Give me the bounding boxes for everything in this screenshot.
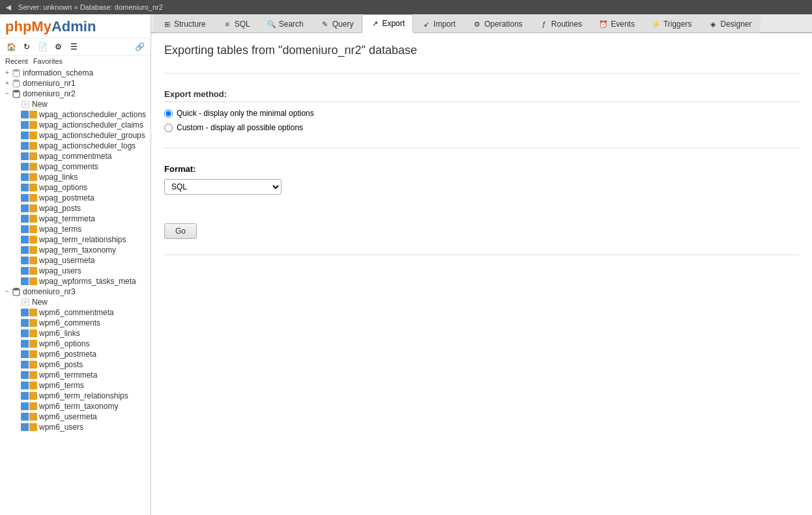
table-item[interactable]: wpag_links: [0, 172, 151, 182]
expand-spacer: [12, 391, 21, 400]
table-item[interactable]: wpag_postmeta: [0, 193, 151, 203]
expand-spacer: [12, 245, 21, 255]
db-item-domeniuro-nr3[interactable]: − domeniuro_nr3: [0, 286, 151, 297]
table-item[interactable]: wpag_comments: [0, 161, 151, 172]
table-name: New: [32, 100, 148, 109]
struct-icon: [29, 194, 37, 202]
tab-structure[interactable]: ⊞ Structure: [154, 15, 214, 33]
tab-operations[interactable]: ⚙ Operations: [464, 15, 531, 33]
tab-events[interactable]: ⏰ Events: [590, 15, 643, 33]
table-name: wpm6_term_taxonomy: [39, 402, 148, 411]
table-item[interactable]: wpm6_term_relationships: [0, 391, 151, 401]
tab-sql[interactable]: ≡ SQL: [214, 15, 259, 33]
table-item[interactable]: wpm6_users: [0, 422, 151, 432]
table-item[interactable]: wpag_actionscheduler_logs: [0, 141, 151, 151]
table-item[interactable]: wpm6_terms: [0, 380, 151, 391]
table-item[interactable]: wpm6_postmeta: [0, 349, 151, 359]
table-item[interactable]: wpm6_options: [0, 339, 151, 349]
table-item[interactable]: wpag_actionscheduler_groups: [0, 130, 151, 141]
tab-import[interactable]: ↙ Import: [413, 15, 464, 33]
expand-spacer: [12, 339, 21, 348]
table-item[interactable]: wpm6_comments: [0, 318, 151, 328]
format-select[interactable]: SQL CSV CSV for MS Excel JSON XML PDF La…: [164, 179, 282, 195]
settings-icon[interactable]: ⚙: [52, 41, 64, 53]
table-item[interactable]: wpag_options: [0, 182, 151, 193]
db-item-information-schema[interactable]: + information_schema: [0, 68, 151, 78]
table-name: wpag_commentmeta: [39, 152, 148, 161]
tab-export[interactable]: ↗ Export: [362, 14, 413, 33]
breadcrumb: Server: unknown » Database: domeniuro_nr…: [18, 3, 163, 11]
table-item[interactable]: wpag_term_taxonomy: [0, 245, 151, 255]
table-icons: [21, 340, 37, 348]
browse-icon: [21, 371, 29, 379]
favorites-link[interactable]: Favorites: [33, 57, 63, 65]
structure-icon: ⊞: [162, 20, 171, 29]
tab-import-label: Import: [433, 20, 456, 29]
browse-icon: [21, 111, 29, 118]
table-item[interactable]: wpag_usermeta: [0, 255, 151, 266]
table-item[interactable]: wpag_term_relationships: [0, 234, 151, 245]
browse-icon: [21, 142, 29, 150]
tab-query[interactable]: ✎ Query: [312, 15, 362, 33]
recent-link[interactable]: Recent: [5, 57, 28, 65]
quick-option-label[interactable]: Quick - display only the minimal options: [177, 109, 314, 118]
table-item[interactable]: wpag_terms: [0, 224, 151, 234]
table-new-nr2[interactable]: New: [0, 99, 151, 109]
tab-bar: ⊞ Structure ≡ SQL 🔍 Search ✎ Query ↗ Exp…: [151, 14, 812, 33]
table-name: wpm6_comments: [39, 318, 148, 327]
expand-icon: [12, 100, 21, 109]
table-icons: [21, 236, 37, 244]
table-item[interactable]: wpm6_links: [0, 328, 151, 339]
tab-designer[interactable]: ◈ Designer: [700, 15, 760, 33]
struct-icon: [29, 309, 37, 316]
more-icon[interactable]: ☰: [68, 41, 80, 53]
table-item[interactable]: wpag_wpforms_tasks_meta: [0, 276, 151, 286]
sidebar: phpMyAdmin 🏠 ↻ 📄 ⚙ ☰ 🔗 Recent Favorites …: [0, 14, 151, 515]
table-item[interactable]: wpag_termmeta: [0, 214, 151, 224]
table-name: wpm6_termmeta: [39, 370, 148, 380]
custom-radio[interactable]: [164, 124, 173, 132]
tab-search-label: Search: [279, 20, 304, 29]
struct-icon: [29, 392, 37, 400]
expand-icon: +: [3, 79, 12, 88]
export-icon: ↗: [370, 19, 379, 28]
expand-spacer: [12, 318, 21, 327]
db-item-domeniuro-nr1[interactable]: + domeniuro_nr1: [0, 78, 151, 89]
reload-icon[interactable]: ↻: [21, 41, 33, 53]
expand-spacer: [12, 402, 21, 411]
table-item[interactable]: wpm6_termmeta: [0, 370, 151, 380]
external-link-icon[interactable]: 🔗: [134, 41, 145, 53]
table-new-nr3[interactable]: New: [0, 297, 151, 307]
table-item[interactable]: wpag_actionscheduler_actions: [0, 109, 151, 120]
tab-triggers[interactable]: ⚡ Triggers: [643, 15, 701, 33]
back-button[interactable]: ◄: [4, 2, 13, 12]
expand-icon: −: [3, 287, 12, 296]
expand-icon: −: [3, 89, 12, 98]
table-item[interactable]: wpm6_posts: [0, 359, 151, 370]
table-item[interactable]: wpm6_usermeta: [0, 411, 151, 422]
expand-spacer: [12, 152, 21, 161]
table-item[interactable]: wpag_users: [0, 266, 151, 276]
expand-spacer: [12, 173, 21, 182]
custom-option-label[interactable]: Custom - display all possible options: [177, 123, 303, 132]
browse-icon: [21, 194, 29, 202]
db-name: domeniuro_nr3: [23, 287, 148, 296]
db-item-domeniuro-nr2[interactable]: − domeniuro_nr2: [0, 89, 151, 99]
table-item[interactable]: wpag_commentmeta: [0, 151, 151, 161]
table-item[interactable]: wpm6_commentmeta: [0, 307, 151, 318]
table-item[interactable]: wpag_posts: [0, 203, 151, 214]
expand-spacer: [12, 381, 21, 390]
tab-designer-label: Designer: [720, 20, 751, 29]
table-name: wpag_posts: [39, 204, 148, 213]
expand-spacer: [12, 298, 21, 307]
go-button[interactable]: Go: [164, 223, 197, 239]
quick-radio[interactable]: [164, 109, 173, 118]
table-item[interactable]: wpag_actionscheduler_claims: [0, 120, 151, 130]
tab-routines[interactable]: ƒ Routines: [531, 15, 590, 33]
table-item[interactable]: wpm6_term_taxonomy: [0, 401, 151, 411]
tab-search[interactable]: 🔍 Search: [259, 15, 312, 33]
home-icon[interactable]: 🏠: [5, 41, 17, 53]
struct-icon: [29, 184, 37, 191]
table-name: wpag_actionscheduler_claims: [39, 120, 148, 130]
new-db-icon[interactable]: 📄: [36, 41, 48, 53]
